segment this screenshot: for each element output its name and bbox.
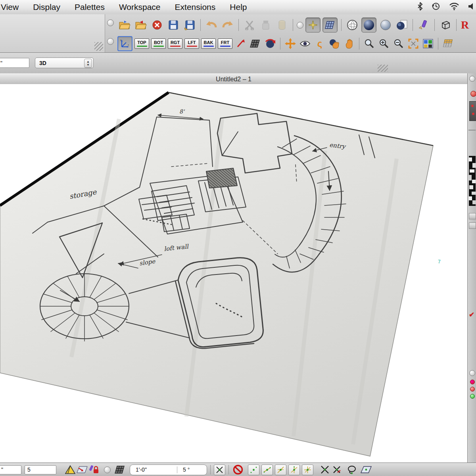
view-top-button[interactable]: TOP <box>134 38 149 49</box>
inches-field[interactable]: " <box>0 465 21 474</box>
strip-resize-grip[interactable] <box>378 65 388 72</box>
custom-view-icon[interactable] <box>234 38 247 50</box>
cube-tool-icon[interactable] <box>438 18 453 32</box>
shaded-full-display-icon[interactable] <box>378 18 393 32</box>
open-project-icon[interactable] <box>117 18 132 32</box>
orbit-icon[interactable] <box>284 38 297 50</box>
view-lft-button[interactable]: LFT <box>184 38 199 49</box>
no-snap-icon[interactable] <box>232 464 244 475</box>
menu-palettes[interactable]: Palettes <box>67 0 112 14</box>
dimension-label: 8' <box>179 108 185 115</box>
paste-icon[interactable] <box>259 18 273 32</box>
palette-collapse-circle[interactable] <box>469 76 475 82</box>
palette-mini-button-2[interactable] <box>469 223 476 229</box>
window-title: Untitled2 – 1 <box>216 76 251 83</box>
view-rgt-button[interactable]: RGT <box>168 38 182 49</box>
snap-center-icon[interactable] <box>214 464 225 475</box>
radio-green[interactable] <box>470 394 475 399</box>
close-project-icon[interactable] <box>134 18 148 32</box>
snap-diagonal-icon[interactable] <box>275 464 286 475</box>
volume-icon[interactable] <box>468 2 474 12</box>
wireframe-display-icon[interactable] <box>345 18 359 32</box>
wifi-icon[interactable] <box>449 2 459 12</box>
edit-lock-icon[interactable] <box>88 464 100 475</box>
reference-field[interactable]: " <box>0 58 29 68</box>
palette-dock: ✔ <box>467 73 476 463</box>
cut-icon[interactable] <box>242 18 257 32</box>
view-bot-button[interactable]: BOT <box>151 38 166 49</box>
tool-preview-red-dot <box>471 105 474 107</box>
radio-red-2[interactable] <box>470 387 475 392</box>
view-mode-dropdown[interactable]: 3D ▲▼ <box>35 58 94 68</box>
menu-workspace[interactable]: Workspace <box>112 0 168 14</box>
view-top-label: TOP <box>137 40 146 45</box>
menu-help-label: Help <box>230 2 247 12</box>
menu-display[interactable]: Display <box>26 0 67 14</box>
grid-snap-icon[interactable] <box>322 17 338 33</box>
view-frt-button[interactable]: FRT <box>218 38 232 49</box>
plane-flip-icon[interactable] <box>64 464 76 475</box>
save-as-icon[interactable] <box>182 18 197 32</box>
bluetooth-icon[interactable] <box>417 2 423 13</box>
zoom-out-icon[interactable] <box>392 38 405 50</box>
grid-angle-field[interactable]: 5 ° <box>177 466 207 473</box>
model-canvas[interactable]: 8' storage loft wall slope entry 7 <box>0 84 467 463</box>
snap-point-icon[interactable] <box>248 464 259 475</box>
bottombar-collapse-toggle[interactable] <box>104 466 111 473</box>
menu-display-label: Display <box>33 2 60 12</box>
view-mode-stepper[interactable]: ▲▼ <box>84 59 92 68</box>
walkthrough-icon[interactable]: ς <box>313 38 326 50</box>
zoom-frame-icon[interactable] <box>407 38 420 50</box>
menu-extensions[interactable]: Extensions <box>168 0 223 14</box>
history-icon[interactable] <box>432 2 440 13</box>
palette-mini-button-1[interactable] <box>469 213 476 219</box>
undo-icon[interactable] <box>204 18 219 32</box>
snap-face-icon[interactable] <box>360 464 372 475</box>
grid-view-icon[interactable] <box>249 38 262 50</box>
toolbar-collapse-toggle-3[interactable] <box>297 22 303 29</box>
menu-help[interactable]: Help <box>223 0 254 14</box>
menu-view[interactable]: View <box>0 0 26 14</box>
zoom-in-icon[interactable] <box>378 38 390 50</box>
shaded-work-display-icon[interactable] <box>361 17 376 33</box>
grid-spacing-field[interactable]: 1'-0" <box>130 466 177 473</box>
pointer-snap-icon[interactable] <box>305 17 321 33</box>
hand-model-icon[interactable] <box>328 38 341 50</box>
count-field[interactable]: 5 <box>25 465 56 474</box>
snap-mixed-icon[interactable] <box>288 464 300 475</box>
delete-icon[interactable] <box>150 18 164 32</box>
snap-combo-icon[interactable] <box>302 464 313 475</box>
toolbar-collapse-toggle-1[interactable] <box>107 19 114 26</box>
save-icon[interactable] <box>166 18 180 32</box>
red-check-icon[interactable]: ✔ <box>469 311 474 319</box>
zoom-icon[interactable] <box>363 38 376 50</box>
renderzone-display-icon[interactable] <box>395 18 409 32</box>
eye-icon[interactable] <box>299 38 311 50</box>
toolbar-collapse-toggle-2[interactable] <box>107 38 114 45</box>
skew-plane-icon[interactable] <box>76 464 88 475</box>
palette-collapse-circle-2[interactable] <box>469 370 475 376</box>
snap-intersection-icon[interactable] <box>319 464 331 475</box>
pencil-tool-icon[interactable] <box>416 18 431 32</box>
redo-icon[interactable] <box>221 18 235 32</box>
tool-preview[interactable] <box>469 101 476 121</box>
pane-resize-grip[interactable] <box>94 42 103 51</box>
red-close-dot[interactable] <box>470 91 476 97</box>
reference-plane-axes-icon[interactable]: zx <box>117 36 132 51</box>
spin-view-icon[interactable] <box>264 38 276 50</box>
control-strip: " 3D ▲▼ <box>0 53 476 74</box>
sheet-icon[interactable] <box>442 38 455 50</box>
grid-plane-icon[interactable] <box>115 464 127 475</box>
view-bak-button[interactable]: BAK <box>201 38 216 49</box>
pan-hand-icon[interactable] <box>343 38 355 50</box>
radio-red-1[interactable] <box>470 380 475 384</box>
window-title-bar[interactable]: Untitled2 – 1 <box>0 73 467 85</box>
render-letter-icon[interactable]: R <box>460 18 470 32</box>
snap-segment-icon[interactable] <box>331 464 343 475</box>
view-lft-label: LFT <box>188 40 196 45</box>
snap-line-icon[interactable] <box>261 464 273 475</box>
texture-thumbnail[interactable] <box>469 156 476 206</box>
primitives-icon[interactable] <box>275 18 289 32</box>
snap-lasso-icon[interactable] <box>346 464 358 475</box>
zoom-image-icon[interactable] <box>422 38 434 50</box>
